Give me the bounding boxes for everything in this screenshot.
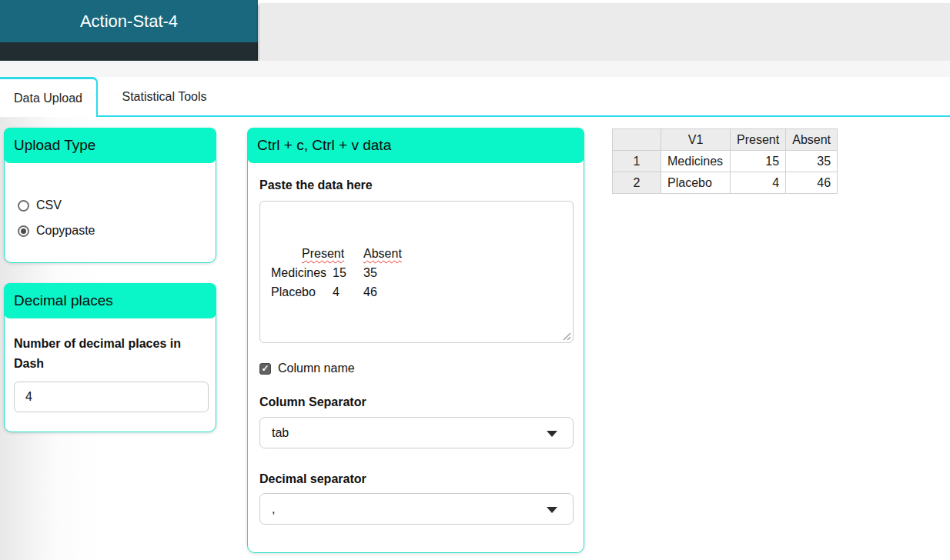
upload-type-panel: Upload Type CSV Copypaste [4, 128, 216, 263]
radio-icon[interactable] [18, 225, 29, 237]
tab-label: Statistical Tools [122, 90, 207, 104]
table-header-row: V1 Present Absent [613, 129, 838, 151]
table-cell: 4 [731, 172, 786, 194]
decimal-separator-select[interactable]: , [259, 493, 574, 525]
table-cell: 35 [786, 151, 838, 172]
table-header-cell: Present [731, 129, 786, 151]
app-title: Action-Stat-4 [80, 12, 178, 32]
app-window: Action-Stat-4 Data Upload Statistical To… [0, 0, 950, 560]
table-cell: Placebo [661, 172, 731, 194]
column-name-checkbox-row[interactable]: ✓ Column name [259, 362, 572, 375]
decimal-places-panel: Decimal places Number of decimal places … [4, 283, 216, 432]
chevron-down-icon [547, 431, 557, 437]
header-dark-bar [0, 42, 258, 61]
table-cell: 2 [613, 172, 661, 194]
decimal-places-panel-header: Decimal places [4, 283, 216, 318]
upload-type-panel-body: CSV Copypaste [5, 163, 216, 238]
paste-data-panel-header: Ctrl + c, Ctrl + v data [247, 128, 584, 163]
checkbox-icon[interactable]: ✓ [259, 363, 271, 375]
select-value: tab [272, 426, 289, 440]
panel-title: Upload Type [14, 137, 95, 154]
check-icon: ✓ [261, 364, 269, 373]
tab-statistical-tools[interactable]: Statistical Tools [98, 77, 231, 117]
decimal-separator-label: Decimal separator [259, 472, 572, 486]
table-row: 1Medicines1535 [613, 151, 838, 172]
paste-data-panel: Ctrl + c, Ctrl + v data Paste the data h… [247, 128, 584, 553]
table-body: 1Medicines15352Placebo446 [613, 151, 838, 194]
chevron-down-icon [547, 507, 557, 513]
panel-title: Ctrl + c, Ctrl + v data [257, 137, 391, 154]
tab-data-upload[interactable]: Data Upload [0, 77, 98, 117]
upload-type-panel-header: Upload Type [4, 128, 216, 163]
column-separator-label: Column Separator [259, 395, 572, 409]
resize-handle-icon[interactable] [529, 332, 571, 341]
table-row: 2Placebo446 [613, 172, 838, 194]
paste-line: Present Absent [271, 244, 565, 263]
paste-data-label: Paste the data here [259, 178, 572, 192]
table-cell: Medicines [661, 151, 731, 172]
paste-line: Placebo 4 46 [271, 282, 565, 302]
radio-option-copypaste[interactable]: Copypaste [18, 224, 216, 238]
radio-label: CSV [36, 198, 62, 212]
tabstrip-background [0, 61, 950, 77]
data-table: V1 Present Absent 1Medicines15352Placebo… [612, 128, 838, 194]
table-cell: 15 [731, 151, 786, 172]
paste-textarea[interactable]: Present AbsentMedicines 15 35Placebo 4 4… [259, 201, 574, 343]
table-cell: 1 [613, 151, 661, 172]
panel-title: Decimal places [14, 292, 113, 309]
radio-option-csv[interactable]: CSV [18, 198, 216, 212]
paste-line: Medicines 15 35 [271, 263, 565, 282]
radio-label: Copypaste [36, 224, 95, 238]
tab-label: Data Upload [14, 92, 82, 105]
select-value: , [272, 502, 275, 516]
table-cell: 46 [786, 172, 838, 194]
checkbox-label: Column name [278, 362, 355, 375]
table-header-cell [613, 129, 661, 151]
decimal-places-label: Number of decimal places in Dash [14, 334, 203, 374]
decimal-places-input[interactable] [14, 382, 209, 412]
table-header-cell: Absent [786, 129, 838, 151]
paste-data-panel-body: Paste the data here Present AbsentMedici… [248, 163, 584, 525]
radio-icon[interactable] [18, 200, 29, 212]
decimal-places-panel-body: Number of decimal places in Dash [5, 318, 216, 412]
table-header-cell: V1 [661, 129, 731, 151]
column-separator-select[interactable]: tab [259, 417, 574, 448]
header-blank-panel [259, 3, 950, 62]
app-titlebar: Action-Stat-4 [0, 0, 258, 42]
